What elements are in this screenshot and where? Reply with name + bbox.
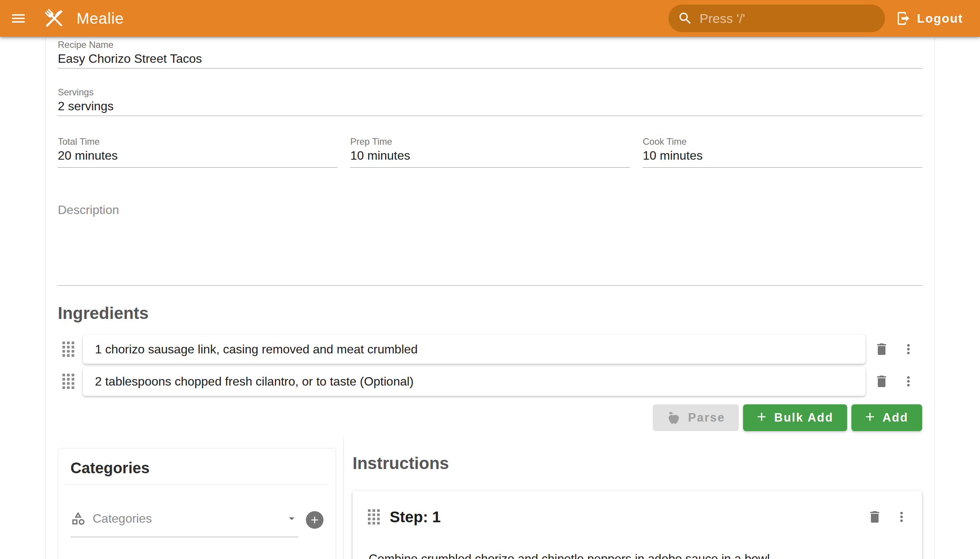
ingredient-menu-button[interactable] [902, 371, 915, 391]
servings-label: Servings [58, 86, 922, 98]
categories-column: Categories Categories [58, 437, 344, 559]
parse-label: Parse [688, 411, 725, 425]
delete-step-button[interactable] [866, 507, 883, 527]
plus-icon: + [757, 409, 767, 425]
servings-field[interactable]: Servings 2 servings [58, 86, 922, 116]
servings-value[interactable]: 2 servings [58, 98, 922, 116]
times-row: Total Time 20 minutes Prep Time 10 minut… [58, 136, 922, 168]
recipe-editor: Recipe Name Easy Chorizo Street Tacos Se… [45, 37, 935, 559]
step-header: Step: 1 [368, 508, 909, 526]
apple-icon [666, 410, 681, 425]
ingredient-row: 1 chorizo sausage link, casing removed a… [58, 335, 922, 364]
shapes-icon [70, 511, 86, 526]
prep-time-label: Prep Time [350, 136, 630, 147]
categories-divider [65, 485, 329, 485]
total-time-label: Total Time [58, 136, 337, 147]
step-text[interactable]: Combine crumbled chorizo and chipotle pe… [368, 551, 909, 559]
trash-icon [874, 342, 889, 357]
add-ingredient-button[interactable]: + Add [851, 404, 922, 431]
kebab-icon [901, 342, 916, 357]
bulk-add-label: Bulk Add [774, 411, 833, 425]
step-title: Step: 1 [390, 508, 441, 526]
recipe-name-value[interactable]: Easy Chorizo Street Tacos [58, 51, 922, 68]
cook-time-field[interactable]: Cook Time 10 minutes [643, 136, 922, 168]
instructions-heading: Instructions [352, 453, 922, 473]
ingredient-text: 2 tablespoons chopped fresh cilantro, or… [95, 374, 413, 389]
cook-time-value[interactable]: 10 minutes [643, 147, 922, 167]
logout-label: Logout [917, 12, 963, 26]
total-time-field[interactable]: Total Time 20 minutes [58, 136, 337, 168]
add-category-button[interactable] [306, 511, 324, 529]
hamburger-icon [10, 10, 27, 27]
search-bar[interactable] [668, 5, 885, 32]
ingredient-list: 1 chorizo sausage link, casing removed a… [58, 335, 922, 396]
ingredient-input[interactable]: 2 tablespoons chopped fresh cilantro, or… [83, 367, 866, 396]
ingredient-menu-button[interactable] [902, 339, 915, 359]
ingredient-input[interactable]: 1 chorizo sausage link, casing removed a… [83, 335, 866, 364]
delete-ingredient-button[interactable] [873, 371, 890, 391]
categories-card: Categories Categories [58, 448, 336, 559]
plus-icon: + [865, 409, 876, 425]
total-time-value[interactable]: 20 minutes [58, 147, 337, 167]
categories-select-label: Categories [93, 511, 152, 526]
categories-card-title: Categories [70, 458, 324, 478]
description-field[interactable]: Description [58, 202, 922, 286]
instructions-column: Instructions Step: 1 [344, 437, 922, 559]
ingredient-text: 1 chorizo sausage link, casing removed a… [95, 342, 418, 356]
ingredients-heading: Ingredients [58, 303, 922, 323]
app-header: Mealie Logout [0, 0, 980, 37]
menu-button[interactable] [5, 5, 31, 31]
search-icon [678, 11, 693, 26]
add-label: Add [882, 411, 909, 425]
drag-handle-icon[interactable] [368, 509, 380, 524]
categories-select[interactable]: Categories [70, 511, 298, 537]
trash-icon [867, 509, 882, 524]
plus-circle-icon [309, 514, 321, 526]
cook-time-label: Cook Time [643, 136, 922, 147]
caret-down-icon [285, 512, 298, 525]
delete-ingredient-button[interactable] [873, 339, 890, 359]
logout-icon [896, 11, 911, 26]
step-menu-button[interactable] [895, 507, 909, 527]
app-title: Mealie [76, 10, 124, 27]
prep-time-field[interactable]: Prep Time 10 minutes [350, 136, 630, 168]
kebab-icon [894, 509, 909, 524]
prep-time-value[interactable]: 10 minutes [350, 147, 630, 167]
bottom-section: Categories Categories [58, 437, 922, 559]
drag-handle-icon[interactable] [63, 342, 74, 357]
bulk-add-button[interactable]: + Bulk Add [743, 404, 847, 431]
drag-handle-icon[interactable] [63, 374, 74, 389]
recipe-name-field[interactable]: Recipe Name Easy Chorizo Street Tacos [58, 39, 922, 69]
logout-button[interactable]: Logout [891, 5, 968, 32]
mealie-logo-icon [42, 6, 67, 31]
recipe-name-label: Recipe Name [58, 39, 922, 51]
categories-select-row: Categories [70, 511, 324, 537]
ingredient-row: 2 tablespoons chopped fresh cilantro, or… [58, 367, 922, 396]
search-input[interactable] [700, 11, 876, 26]
description-label: Description [58, 202, 922, 218]
step-card: Step: 1 Combine crumbled chorizo and chi… [352, 491, 922, 559]
parse-button[interactable]: Parse [653, 404, 739, 431]
ingredient-actions: Parse + Bulk Add + Add [58, 404, 922, 431]
kebab-icon [901, 374, 916, 389]
trash-icon [874, 374, 889, 389]
